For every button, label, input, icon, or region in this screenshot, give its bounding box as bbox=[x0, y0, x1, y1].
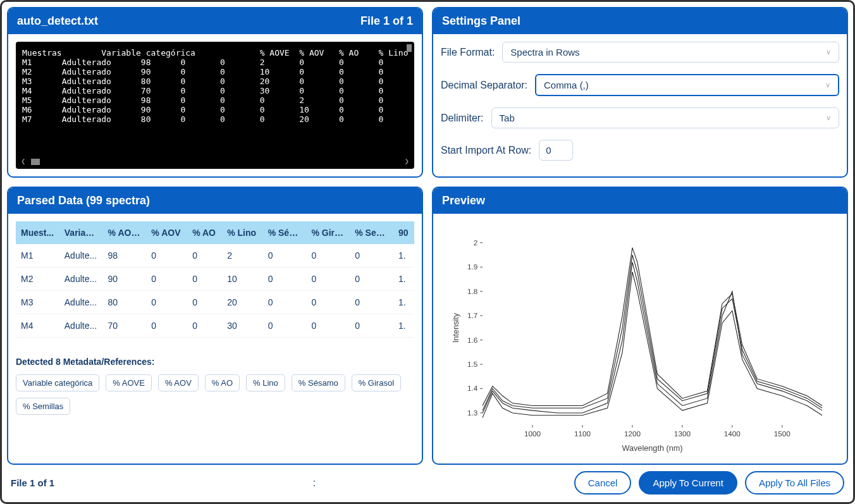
table-cell: 1. bbox=[393, 314, 414, 338]
table-header: % AOVE bbox=[103, 221, 147, 244]
table-header: % Sem... bbox=[350, 221, 393, 244]
metadata-tags: Variable categórica% AOVE% AOV% AO% Lino… bbox=[16, 374, 414, 415]
svg-text:1.4: 1.4 bbox=[467, 384, 478, 392]
parsed-data-header: Parsed Data (99 spectra) bbox=[8, 188, 422, 214]
table-header: % AO bbox=[187, 221, 222, 244]
table-cell: M3 bbox=[16, 291, 59, 314]
table-row[interactable]: M3Adulte...8000200001. bbox=[16, 291, 414, 314]
decimal-separator-select[interactable]: Comma (,) ∨ bbox=[535, 74, 839, 96]
footer-file-counter: File 1 of 1 bbox=[11, 477, 54, 488]
chevron-down-icon: ∨ bbox=[826, 48, 831, 56]
file-panel-header: auto_detect.txt File 1 of 1 bbox=[8, 8, 422, 34]
metadata-tag[interactable]: % Semillas bbox=[16, 398, 70, 415]
table-cell: Adulte... bbox=[59, 314, 103, 338]
table-header: 90 bbox=[393, 221, 414, 244]
delimiter-value: Tab bbox=[500, 113, 515, 123]
svg-text:1100: 1100 bbox=[574, 429, 591, 438]
table-cell: 2 bbox=[222, 244, 263, 267]
table-cell: M2 bbox=[16, 267, 59, 291]
preview-panel: Preview 1.31.41.51.61.71.81.921000110012… bbox=[432, 187, 848, 465]
table-cell: 1. bbox=[393, 267, 414, 291]
file-format-select[interactable]: Spectra in Rows ∨ bbox=[502, 42, 839, 63]
file-format-label: File Format: bbox=[441, 47, 495, 58]
table-cell: Adulte... bbox=[59, 267, 103, 291]
table-cell: 0 bbox=[263, 314, 307, 338]
metadata-label: Detected 8 Metadata/References: bbox=[16, 357, 414, 367]
start-row-label: Start Import At Row: bbox=[441, 145, 531, 156]
table-cell: Adulte... bbox=[59, 244, 103, 267]
settings-panel: Settings Panel File Format: Spectra in R… bbox=[432, 7, 848, 178]
svg-text:1000: 1000 bbox=[524, 429, 541, 438]
table-header: % Lino bbox=[222, 221, 263, 244]
table-header: Muest... bbox=[16, 221, 59, 244]
decimal-separator-value: Comma (,) bbox=[544, 80, 589, 90]
delimiter-label: Delimiter: bbox=[441, 113, 484, 124]
apply-current-button[interactable]: Apply To Current bbox=[639, 471, 737, 495]
table-cell: 0 bbox=[263, 291, 307, 314]
table-row[interactable]: M4Adulte...7000300001. bbox=[16, 314, 414, 338]
table-row[interactable]: M2Adulte...9000100001. bbox=[16, 267, 414, 291]
settings-panel-header: Settings Panel bbox=[433, 8, 847, 34]
svg-text:Intensity: Intensity bbox=[452, 312, 460, 343]
svg-text:2: 2 bbox=[474, 238, 478, 247]
delimiter-select[interactable]: Tab ∨ bbox=[491, 108, 839, 128]
table-row[interactable]: M1Adulte...980020001. bbox=[16, 244, 414, 267]
table-cell: Adulte... bbox=[59, 291, 103, 314]
table-cell: 80 bbox=[103, 291, 147, 314]
table-header: % Gira... bbox=[306, 221, 350, 244]
table-cell: 10 bbox=[222, 267, 263, 291]
table-cell: 0 bbox=[187, 244, 222, 267]
metadata-tag[interactable]: % Girasol bbox=[352, 374, 401, 391]
raw-file-viewer[interactable]: Muestras Variable categórica % AOVE % AO… bbox=[16, 42, 414, 169]
table-cell: 90 bbox=[103, 267, 147, 291]
svg-text:1.3: 1.3 bbox=[467, 409, 477, 417]
metadata-tag[interactable]: % AOV bbox=[158, 374, 199, 391]
svg-text:1400: 1400 bbox=[724, 429, 741, 438]
table-cell: 0 bbox=[350, 244, 393, 267]
table-cell: 0 bbox=[306, 244, 350, 267]
metadata-tag[interactable]: Variable categórica bbox=[16, 374, 99, 391]
scroll-thumb-v[interactable] bbox=[407, 44, 412, 52]
table-cell: 0 bbox=[187, 314, 222, 338]
chevron-down-icon: ∨ bbox=[825, 81, 830, 89]
metadata-tag[interactable]: % Sésamo bbox=[292, 374, 345, 391]
svg-text:1200: 1200 bbox=[624, 429, 641, 438]
table-cell: 0 bbox=[146, 267, 187, 291]
scroll-thumb-h[interactable] bbox=[31, 159, 40, 165]
file-name: auto_detect.txt bbox=[17, 15, 98, 28]
table-cell: 20 bbox=[222, 291, 263, 314]
preview-title: Preview bbox=[442, 194, 485, 207]
scroll-right-icon[interactable]: ❯ bbox=[405, 157, 409, 166]
svg-text:1.6: 1.6 bbox=[467, 336, 477, 344]
table-header: % Sés... bbox=[263, 221, 307, 244]
scroll-left-icon[interactable]: ❮ bbox=[21, 157, 25, 166]
metadata-tag[interactable]: % Lino bbox=[246, 374, 285, 391]
apply-all-button[interactable]: Apply To All Files bbox=[745, 471, 844, 495]
metadata-tag[interactable]: % AO bbox=[205, 374, 240, 391]
table-cell: 1. bbox=[393, 244, 414, 267]
preview-panel-header: Preview bbox=[433, 188, 847, 214]
raw-file-text: Muestras Variable categórica % AOVE % AO… bbox=[22, 48, 408, 124]
table-cell: 70 bbox=[103, 314, 147, 338]
table-cell: 0 bbox=[263, 244, 307, 267]
start-row-input[interactable] bbox=[539, 140, 573, 161]
table-cell: 0 bbox=[306, 314, 350, 338]
table-cell: 0 bbox=[350, 267, 393, 291]
cancel-button[interactable]: Cancel bbox=[574, 471, 632, 495]
table-cell: 0 bbox=[187, 267, 222, 291]
metadata-tag[interactable]: % AOVE bbox=[106, 374, 152, 391]
svg-text:1300: 1300 bbox=[674, 429, 691, 438]
table-header: % AOV bbox=[146, 221, 187, 244]
table-cell: 1. bbox=[393, 291, 414, 314]
table-cell: 0 bbox=[263, 267, 307, 291]
file-counter-header: File 1 of 1 bbox=[360, 15, 413, 28]
svg-text:Wavelength (nm): Wavelength (nm) bbox=[622, 444, 682, 453]
file-panel: auto_detect.txt File 1 of 1 Muestras Var… bbox=[7, 7, 423, 178]
table-cell: 0 bbox=[306, 291, 350, 314]
table-header: Variab... bbox=[59, 221, 103, 244]
table-cell: 0 bbox=[350, 291, 393, 314]
table-cell: 30 bbox=[222, 314, 263, 338]
parsed-data-panel: Parsed Data (99 spectra) Muest...Variab.… bbox=[7, 187, 423, 465]
file-format-value: Spectra in Rows bbox=[510, 47, 579, 58]
svg-text:1.9: 1.9 bbox=[467, 262, 477, 271]
